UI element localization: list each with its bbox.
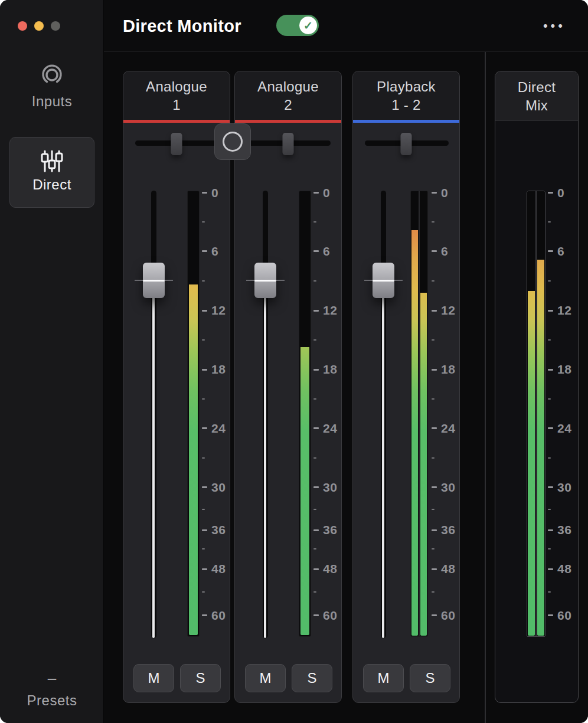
solo-button[interactable]: S [180, 664, 221, 692]
level-meter [187, 191, 200, 637]
stereo-link-button[interactable] [214, 123, 251, 160]
mixer-sliders-icon [39, 148, 65, 174]
link-circle-icon [223, 132, 243, 152]
meter-bar-left [527, 191, 535, 636]
sidebar-item-label: Inputs [0, 93, 104, 110]
fader-track-active [152, 280, 155, 638]
meter-bar-left [411, 191, 419, 636]
title-bar: Direct Monitor ✓ ••• [104, 0, 588, 52]
meter-fill [411, 192, 418, 636]
channel-panel-analogue-1: Analogue 1 [123, 71, 230, 703]
channel-name-line2: 1 - 2 [391, 96, 421, 114]
channel-header: Analogue 2 [235, 71, 341, 120]
channel-name-line2: 1 [172, 96, 181, 114]
meter-scale: 0612182430364860 [432, 191, 467, 637]
mute-button[interactable]: M [245, 664, 286, 692]
section-divider [485, 52, 486, 723]
meter-scale: 0612182430364860 [548, 191, 583, 637]
meter-bar [299, 191, 311, 636]
master-header: Direct Mix [495, 71, 578, 121]
fader-handle[interactable] [143, 263, 165, 298]
channel-name-line1: Playback [377, 77, 436, 96]
main-area: Direct Monitor ✓ ••• Analogue 1 [104, 0, 588, 723]
mute-solo-row: M S [245, 664, 332, 692]
channel-body: 0612182430364860 [235, 191, 341, 638]
mute-solo-row: M S [133, 664, 221, 692]
level-meter [299, 191, 311, 637]
meter-cover [188, 191, 199, 284]
solo-button[interactable]: S [410, 664, 450, 692]
meter-cover [420, 191, 427, 293]
master-body: 0612182430364860 [495, 191, 578, 638]
master-panel-direct-mix: Direct Mix [495, 71, 579, 703]
pan-row [123, 123, 230, 191]
meter-cover [299, 191, 311, 347]
sidebar: Inputs Direct – Presets [0, 0, 104, 723]
sidebar-item-label: Direct [10, 176, 94, 193]
pan-row [353, 123, 459, 191]
channel-body: 0612182430364860 [353, 191, 459, 638]
meter-scale: 0612182430364860 [202, 191, 237, 637]
close-button[interactable] [18, 21, 27, 31]
meter-cover [527, 191, 535, 291]
presets-button[interactable]: – Presets [0, 672, 104, 709]
sidebar-item-inputs[interactable]: Inputs [0, 64, 104, 110]
channel-panel-playback: Playback 1 - 2 [352, 71, 460, 703]
fader-track-active [264, 280, 266, 638]
fader-track-active [382, 280, 384, 638]
pan-row [235, 123, 341, 191]
meter-bar [188, 191, 199, 636]
check-icon: ✓ [303, 20, 313, 31]
minimize-button[interactable] [34, 21, 44, 31]
fader-handle[interactable] [373, 263, 394, 298]
pan-slider-handle[interactable] [401, 133, 412, 155]
app-window: Inputs Direct – Presets Direct Monitor ✓ [0, 0, 588, 723]
master-level-meter [527, 191, 545, 637]
meter-cover [537, 191, 545, 260]
channel-name-line2: 2 [284, 96, 292, 114]
channel-panel-analogue-2: Analogue 2 [234, 71, 342, 703]
meter-bar-right [420, 191, 427, 636]
solo-button[interactable]: S [292, 664, 332, 692]
presets-label: Presets [0, 692, 104, 709]
mute-solo-row: M S [363, 664, 450, 692]
dash-icon: – [0, 672, 104, 684]
fader-handle[interactable] [254, 263, 276, 298]
toggle-knob: ✓ [299, 17, 317, 34]
pan-slider-handle[interactable] [283, 133, 294, 155]
inputs-circle-icon [40, 64, 64, 87]
channel-name-line1: Analogue [257, 77, 319, 96]
page-title: Direct Monitor [123, 0, 241, 52]
sidebar-item-direct[interactable]: Direct [9, 137, 94, 208]
channel-body: 0612182430364860 [123, 191, 230, 638]
channel-header: Analogue 1 [123, 71, 230, 120]
master-name-line1: Direct [518, 78, 556, 96]
mute-button[interactable]: M [363, 664, 404, 692]
meter-cover [411, 191, 419, 230]
pan-slider-handle[interactable] [171, 133, 182, 155]
direct-monitor-toggle[interactable]: ✓ [276, 15, 319, 36]
traffic-lights [18, 21, 60, 31]
mixer-content: Analogue 1 [104, 52, 588, 723]
channel-header: Playback 1 - 2 [353, 71, 459, 120]
meter-scale: 0612182430364860 [313, 191, 349, 637]
zoom-button[interactable] [51, 21, 60, 31]
channel-name-line1: Analogue [146, 77, 207, 96]
ellipsis-menu-button[interactable]: ••• [543, 0, 566, 52]
level-meter-stereo [410, 191, 428, 637]
mute-button[interactable]: M [133, 664, 174, 692]
master-name-line2: Mix [525, 96, 548, 114]
meter-bar-right [537, 191, 545, 636]
